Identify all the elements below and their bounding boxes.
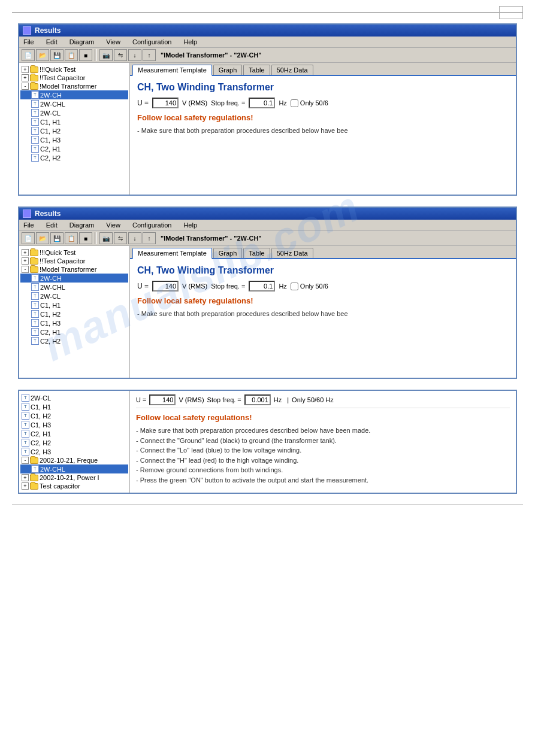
tree-item-c1h2-3[interactable]: T C1, H2 (20, 411, 128, 420)
tree-item-2wchl-1[interactable]: T 2W-CHL (20, 99, 128, 108)
tree-item-c1h3-1[interactable]: T C1, H3 (20, 135, 128, 144)
titlebar-1: Results (19, 25, 516, 37)
menu-help-1[interactable]: Help (182, 38, 199, 46)
toolbar-btn-up-2[interactable]: ↑ (143, 232, 156, 244)
menu-edit-2[interactable]: Edit (44, 221, 59, 229)
tree-item-c2h1-1[interactable]: T C2, H1 (20, 144, 128, 153)
tree-item-c2h1-2[interactable]: T C2, H1 (20, 327, 128, 336)
tab-measurement-2[interactable]: Measurement Template (132, 248, 212, 259)
tree-item-2wchl-3[interactable]: T 2W-CHL (20, 464, 128, 473)
content-title-2: CH, Two Winding Transformer (137, 265, 509, 276)
tree-panel-2: + !!!Quick Test + !!Test Capacitor - !Mo… (19, 246, 130, 378)
stop-input-1[interactable] (249, 98, 275, 108)
menu-file-1[interactable]: File (22, 38, 36, 46)
tree-item-c2h2-1[interactable]: T C2, H2 (20, 153, 128, 162)
tab-measurement-1[interactable]: Measurement Template (132, 65, 212, 76)
toolbar-sep-1 (95, 49, 97, 61)
toolbar-btn-down-1[interactable]: ↓ (128, 49, 141, 61)
menu-configuration-1[interactable]: Configuration (131, 38, 173, 46)
tab-50hz-1[interactable]: 50Hz Data (271, 65, 313, 75)
menu-file-2[interactable]: File (22, 221, 36, 229)
tree-item-c1h3-3[interactable]: T C1, H3 (20, 420, 128, 429)
menu-diagram-2[interactable]: Diagram (68, 221, 96, 229)
stop-input-2[interactable] (249, 281, 275, 292)
u-input-2[interactable] (152, 281, 179, 292)
tree-item-testcap-1[interactable]: + !!Test Capacitor (20, 74, 128, 82)
checkbox-50hz-2[interactable] (291, 283, 298, 290)
tree-item-tc-2[interactable]: + !!Test Capacitor (20, 257, 128, 265)
tree-item-2wcl-1[interactable]: T 2W-CL (20, 108, 128, 117)
toolbar-btn-refresh-1[interactable]: ⇋ (114, 49, 127, 61)
toolbar-btn-5-1[interactable]: ■ (79, 49, 92, 61)
tree-item-modeltrans-1[interactable]: - !Model Transformer (20, 82, 128, 90)
tree-item-date1-3[interactable]: - 2002-10-21, Freque (20, 456, 128, 464)
toolbar-btn-up-1[interactable]: ↑ (143, 49, 156, 61)
menu-diagram-1[interactable]: Diagram (68, 38, 96, 46)
tab-table-1[interactable]: Table (243, 65, 270, 75)
toolbar-btn-open-2[interactable]: 📂 (36, 232, 49, 244)
menu-view-1[interactable]: View (104, 38, 122, 46)
tree-label-modeltrans-1: !Model Transformer (40, 83, 96, 90)
tab-table-2[interactable]: Table (243, 248, 270, 258)
toolbar-btn-copy-1[interactable]: 📋 (65, 49, 78, 61)
tree-expander-tc-2[interactable]: + (22, 257, 29, 265)
tree-item-mt-2[interactable]: - !Model Transformer (20, 265, 128, 274)
menu-configuration-2[interactable]: Configuration (131, 221, 173, 229)
u-input-1[interactable] (152, 98, 179, 108)
tree-item-date2-3[interactable]: + 2002-10-21, Power I (20, 473, 128, 482)
tab-graph-1[interactable]: Graph (213, 65, 243, 75)
tree-label-date1-3: 2002-10-21, Freque (40, 457, 98, 464)
tree-item-2wch-2[interactable]: T 2W-CH (20, 274, 128, 283)
tree-item-c2h2-2[interactable]: T C2, H2 (20, 336, 128, 345)
checkbox-label-1[interactable]: Only 50/6 (291, 99, 328, 107)
tab-50hz-2[interactable]: 50Hz Data (271, 248, 313, 258)
tree-item-c1h1-2[interactable]: T C1, H1 (20, 300, 128, 309)
toolbar-btn-new-1[interactable]: 📄 (22, 49, 35, 61)
main-content-1: + !!!Quick Test + !!Test Capacitor - !Mo… (19, 63, 516, 195)
toolbar-btn-save-2[interactable]: 💾 (50, 232, 64, 244)
tree-item-2wcl-3[interactable]: T 2W-CL (20, 393, 128, 402)
toolbar-btn-down-2[interactable]: ↓ (128, 232, 141, 244)
tree-expander-testcap-3[interactable]: + (22, 482, 29, 490)
tree-item-testcap-3[interactable]: + Test capacitor (20, 482, 128, 490)
s-stop-input[interactable] (244, 394, 271, 405)
toolbar-btn-refresh-2[interactable]: ⇋ (114, 232, 127, 244)
menu-edit-1[interactable]: Edit (44, 38, 59, 46)
tree-expander-testcap-1[interactable]: + (22, 74, 29, 81)
tree-item-c1h2-1[interactable]: T C1, H2 (20, 126, 128, 135)
tree-expander-mt-2[interactable]: - (22, 266, 29, 273)
tree-item-c2h2-3[interactable]: T C2, H2 (20, 438, 128, 447)
toolbar-btn-new-2[interactable]: 📄 (22, 232, 35, 244)
tree-item-c1h1-3[interactable]: T C1, H1 (20, 402, 128, 411)
tree-item-2wch-1[interactable]: T 2W-CH (20, 90, 128, 99)
toolbar-btn-copy-2[interactable]: 📋 (65, 232, 78, 244)
tree-expander-date1-3[interactable]: - (22, 457, 29, 464)
checkbox-50hz-1[interactable] (291, 99, 298, 107)
tree-item-quicktest-1[interactable]: + !!!Quick Test (20, 65, 128, 74)
tree-item-c1h2-2[interactable]: T C1, H2 (20, 309, 128, 318)
tree-item-c2h1-3[interactable]: T C2, H1 (20, 429, 128, 438)
tree-item-c2h3-3[interactable]: T C2, H3 (20, 447, 128, 456)
menu-view-2[interactable]: View (104, 221, 122, 229)
checkbox-label-2[interactable]: Only 50/6 (291, 283, 328, 290)
toolbar-btn-camera-1[interactable]: 📷 (99, 49, 113, 61)
toolbar-btn-save-1[interactable]: 💾 (50, 49, 64, 61)
tree-item-c1h1-1[interactable]: T C1, H1 (20, 117, 128, 126)
s-u-label: U = (136, 396, 146, 403)
tree-label-testcap-3: Test capacitor (40, 482, 80, 490)
file-icon-2wcl-2: T (31, 292, 39, 300)
tree-expander-modeltrans-1[interactable]: - (22, 83, 29, 90)
s-u-input[interactable] (149, 394, 176, 405)
tree-expander-date2-3[interactable]: + (22, 474, 29, 481)
toolbar-btn-camera-2[interactable]: 📷 (99, 232, 113, 244)
tree-item-2wcl-2[interactable]: T 2W-CL (20, 292, 128, 300)
tree-expander-qt-2[interactable]: + (22, 249, 29, 256)
menu-help-2[interactable]: Help (182, 221, 199, 229)
tree-expander-1[interactable]: + (22, 66, 29, 73)
toolbar-btn-open-1[interactable]: 📂 (36, 49, 49, 61)
tab-graph-2[interactable]: Graph (213, 248, 243, 258)
tree-item-2wchl-2[interactable]: T 2W-CHL (20, 283, 128, 292)
tree-item-c1h3-2[interactable]: T C1, H3 (20, 318, 128, 327)
toolbar-btn-5-2[interactable]: ■ (79, 232, 92, 244)
tree-item-quicktest-2[interactable]: + !!!Quick Test (20, 248, 128, 257)
